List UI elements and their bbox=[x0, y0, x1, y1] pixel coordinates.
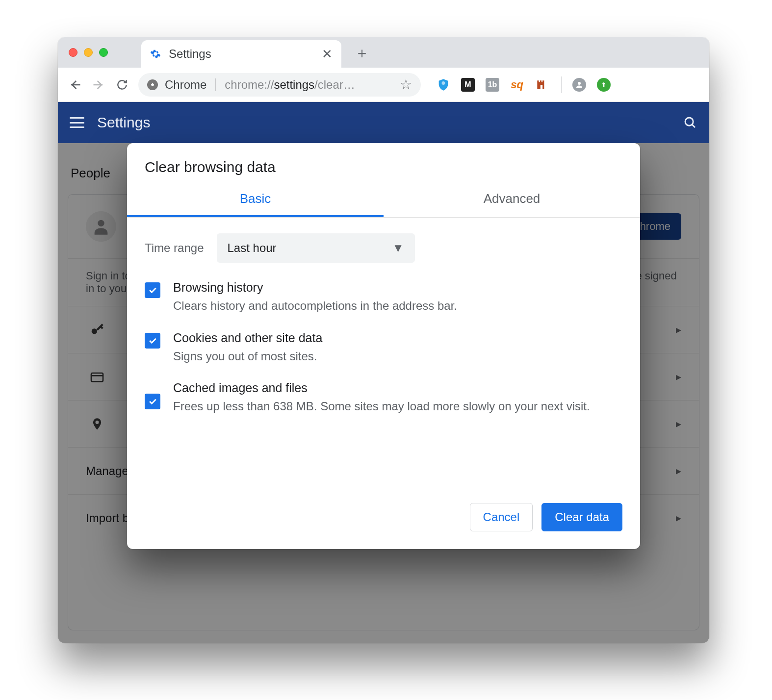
extension-shield-icon[interactable] bbox=[437, 78, 450, 92]
option-title: Cached images and files bbox=[173, 381, 590, 395]
menu-icon[interactable] bbox=[70, 117, 84, 128]
titlebar: Settings ✕ ＋ bbox=[58, 37, 709, 68]
browser-window: Settings ✕ ＋ Chrome chrome://settings/cl… bbox=[58, 37, 709, 643]
option-desc: Clears history and autocompletions in th… bbox=[173, 298, 457, 314]
cancel-button[interactable]: Cancel bbox=[470, 503, 533, 531]
settings-appbar: Settings bbox=[58, 102, 709, 143]
extension-icons: M 1b sq bbox=[437, 76, 611, 93]
tab-underline bbox=[127, 215, 384, 217]
svg-point-2 bbox=[685, 118, 693, 125]
checkbox-checked-icon[interactable] bbox=[145, 394, 160, 409]
checkbox-checked-icon[interactable] bbox=[145, 282, 160, 298]
omnibox-separator bbox=[215, 78, 216, 91]
extension-1b-icon[interactable]: 1b bbox=[486, 78, 499, 92]
close-window-button[interactable] bbox=[69, 48, 77, 57]
extension-m-icon[interactable]: M bbox=[461, 78, 475, 92]
minimize-window-button[interactable] bbox=[84, 48, 93, 57]
time-range-row: Time range Last hour ▼ bbox=[145, 233, 622, 263]
time-range-select[interactable]: Last hour ▼ bbox=[217, 233, 415, 263]
new-tab-button[interactable]: ＋ bbox=[355, 46, 369, 60]
option-title: Cookies and other site data bbox=[173, 331, 322, 345]
tab-basic[interactable]: Basic bbox=[127, 184, 384, 215]
search-icon[interactable] bbox=[683, 115, 697, 130]
time-range-label: Time range bbox=[145, 241, 204, 255]
option-title: Browsing history bbox=[173, 280, 457, 295]
appbar-title: Settings bbox=[97, 114, 683, 131]
omnibox-scheme: Chrome bbox=[165, 78, 206, 92]
window-controls bbox=[69, 48, 108, 57]
option-cookies[interactable]: Cookies and other site data Signs you ou… bbox=[145, 331, 622, 365]
back-button[interactable] bbox=[68, 77, 82, 92]
chevron-down-icon: ▼ bbox=[392, 241, 404, 255]
time-range-value: Last hour bbox=[228, 241, 277, 255]
gear-icon bbox=[150, 49, 161, 59]
toolbar: Chrome chrome://settings/clear… ☆ M 1b s… bbox=[58, 68, 709, 102]
dialog-body: Time range Last hour ▼ Browsing history … bbox=[127, 218, 640, 420]
checkbox-checked-icon[interactable] bbox=[145, 333, 160, 349]
maximize-window-button[interactable] bbox=[99, 48, 108, 57]
dialog-title: Clear browsing data bbox=[127, 143, 640, 184]
option-desc: Signs you out of most sites. bbox=[173, 348, 322, 365]
clear-browsing-data-dialog: Clear browsing data Basic Advanced Time … bbox=[127, 143, 640, 549]
dialog-tabs: Basic Advanced bbox=[127, 184, 640, 218]
omnibox-url: chrome://settings/clear… bbox=[225, 78, 355, 92]
tab-title: Settings bbox=[169, 47, 322, 61]
browser-tab[interactable]: Settings ✕ bbox=[141, 40, 341, 68]
close-tab-button[interactable]: ✕ bbox=[322, 47, 333, 62]
chrome-icon bbox=[147, 79, 158, 90]
profile-avatar-icon[interactable] bbox=[572, 78, 586, 92]
extension-sq-icon[interactable]: sq bbox=[510, 78, 524, 92]
option-cached[interactable]: Cached images and files Frees up less th… bbox=[145, 381, 622, 415]
dialog-footer: Cancel Clear data bbox=[127, 420, 640, 549]
clear-data-button[interactable]: Clear data bbox=[541, 503, 622, 531]
option-desc: Frees up less than 638 MB. Some sites ma… bbox=[173, 398, 590, 415]
divider bbox=[561, 76, 562, 93]
tab-advanced[interactable]: Advanced bbox=[384, 184, 640, 215]
bookmark-star-icon[interactable]: ☆ bbox=[400, 76, 412, 93]
extension-castle-icon[interactable] bbox=[535, 78, 548, 92]
update-available-icon[interactable] bbox=[597, 78, 611, 92]
svg-rect-0 bbox=[540, 85, 542, 89]
reload-button[interactable] bbox=[115, 77, 129, 92]
svg-point-1 bbox=[578, 82, 581, 85]
omnibox[interactable]: Chrome chrome://settings/clear… ☆ bbox=[138, 73, 421, 97]
option-browsing-history[interactable]: Browsing history Clears history and auto… bbox=[145, 280, 622, 314]
forward-button[interactable] bbox=[91, 77, 106, 92]
